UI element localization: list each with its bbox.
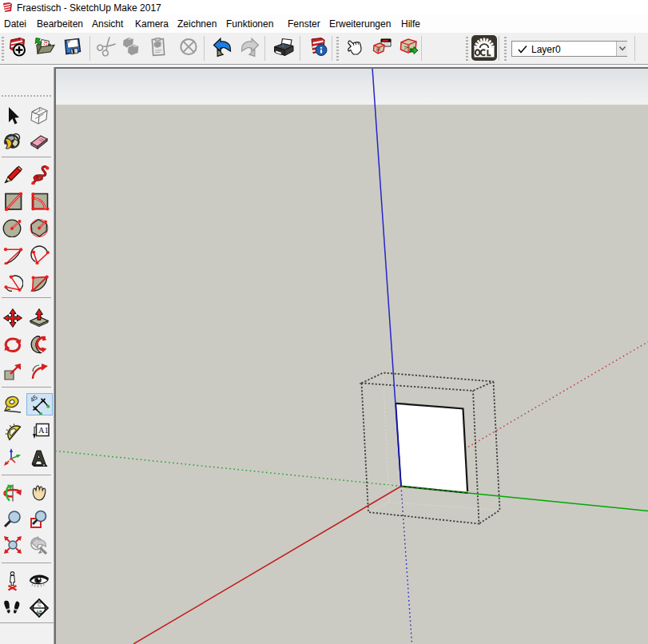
svg-text:AB: AB bbox=[36, 610, 42, 614]
svg-text:C: C bbox=[38, 602, 42, 607]
svg-text:A1: A1 bbox=[38, 426, 49, 435]
svg-text:45: 45 bbox=[30, 394, 39, 403]
